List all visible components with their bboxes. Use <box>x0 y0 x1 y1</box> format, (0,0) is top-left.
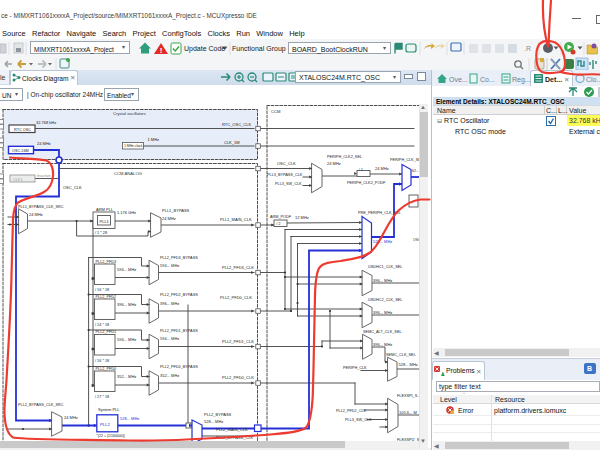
svg-text:PLL2_PFD1_BYPASS: PLL2_PFD1_BYPASS <box>160 329 198 333</box>
svg-text:/ 1 * 28: / 1 * 28 <box>95 231 107 235</box>
svg-text:SEMC_CLK_SEL: SEMC_CLK_SEL <box>386 353 416 357</box>
svg-text:PLL2_PFD1: PLL2_PFD1 <box>96 330 117 334</box>
svg-text:528... MHz: 528... MHz <box>373 239 392 244</box>
svg-text:PLL2: PLL2 <box>100 422 110 427</box>
svg-text:PLL1_BYPASS_CLK_SRC: PLL1_BYPASS_CLK_SRC <box>18 205 64 209</box>
svg-text:Clo...: Clo... <box>586 76 600 83</box>
svg-text:OSC_CLK: OSC_CLK <box>63 185 82 190</box>
svg-text:SEMC_ALT_CLK_SEL: SEMC_ALT_CLK_SEL <box>363 330 402 334</box>
svg-text:PERIPH_CLK_SE: PERIPH_CLK_SE <box>390 158 419 162</box>
svg-text:PERIPH_CLK2_SEL: PERIPH_CLK2_SEL <box>327 155 362 159</box>
svg-text:352... MHz: 352... MHz <box>117 374 136 379</box>
svg-text:OSC_CLK: OSC_CLK <box>277 161 296 166</box>
svg-text:1 MHz: 1 MHz <box>148 137 160 142</box>
svg-text:*(22 + (1/160000)): *(22 + (1/160000)) <box>97 434 126 438</box>
svg-text:396... MHz: 396... MHz <box>373 342 392 347</box>
svg-text:PLL1_MAIN_CLK: PLL1_MAIN_CLK <box>220 217 252 222</box>
svg-text:24 MHz: 24 MHz <box>375 166 389 171</box>
svg-text:PLL2_PFD2_CLK: PLL2_PFD2_CLK <box>336 409 367 413</box>
svg-text:24 MHz: 24 MHz <box>37 141 51 146</box>
svg-text:12 MHz: 12 MHz <box>295 215 309 220</box>
svg-text:ARM_PODF: ARM_PODF <box>270 215 292 219</box>
svg-text:528... MHz: 528... MHz <box>204 419 223 424</box>
svg-text:24 MHz: 24 MHz <box>64 415 78 420</box>
svg-text:/ 16 * 18: / 16 * 18 <box>95 288 109 292</box>
svg-text:528... MHz: 528... MHz <box>399 362 418 367</box>
svg-text:105.6... M: 105.6... M <box>399 410 417 415</box>
svg-text:Ove...: Ove... <box>449 76 468 83</box>
svg-text:396... MHz: 396... MHz <box>160 301 179 306</box>
svg-text:24 MHz: 24 MHz <box>162 216 176 221</box>
svg-text:/ 27 * 18: / 27 * 18 <box>95 395 109 399</box>
svg-text:PLL2_PFD0_BYPASS: PLL2_PFD0_BYPASS <box>160 365 198 369</box>
svg-text:PLL3_SW_CLK: PLL3_SW_CLK <box>345 418 372 422</box>
svg-text:Crystal oscillators: Crystal oscillators <box>113 111 146 116</box>
svg-text:USDHC1_CLK_SEL: USDHC1_CLK_SEL <box>368 265 402 269</box>
svg-text:PLL2_PFD0_CLK: PLL2_PFD0_CLK <box>220 295 252 300</box>
svg-text:32.768 kHz: 32.768 kHz <box>36 120 56 125</box>
svg-text:RTC_OSC_CLK: RTC_OSC_CLK <box>222 122 251 127</box>
svg-text:PLL1_BYPASS: PLL1_BYPASS <box>162 208 190 213</box>
svg-text:/ 2: / 2 <box>277 222 281 226</box>
svg-text:PLL2_PFD3: PLL2_PFD3 <box>96 260 117 264</box>
svg-text:PERIPH_CLK: PERIPH_CLK <box>343 366 367 370</box>
svg-text:PLL2_BYPASS_CLK_SRC: PLL2_BYPASS_CLK_SRC <box>18 403 64 407</box>
svg-text:PLL2_PFD0: PLL2_PFD0 <box>96 367 117 371</box>
svg-text:594... MHz: 594... MHz <box>160 263 179 268</box>
svg-text:594... MHz: 594... MHz <box>160 336 179 341</box>
svg-text:CCM: CCM <box>271 109 281 114</box>
svg-text:RTC OSC: RTC OSC <box>14 128 31 132</box>
svg-text:594... MHz: 594... MHz <box>117 267 136 272</box>
svg-text:System PLL: System PLL <box>98 407 120 412</box>
svg-text:396... MHz: 396... MHz <box>373 310 392 315</box>
svg-text:PLL2_BYPASS_CLK: PLL2_BYPASS_CLK <box>216 435 254 440</box>
svg-text:!: ! <box>160 46 163 55</box>
svg-text:PRE_PERIPH_CLK_SEL: PRE_PERIPH_CLK_SEL <box>358 211 401 215</box>
svg-text:PLL3_BYPASS_CLK: PLL3_BYPASS_CLK <box>267 173 303 177</box>
svg-text:/ 16 * 18: / 16 * 18 <box>95 359 109 363</box>
svg-text:528... MHz: 528... MHz <box>120 416 139 421</box>
svg-text:PLL2_PFD1_CLK: PLL2_PFD1_CLK <box>222 339 254 344</box>
svg-text:594... MHz: 594... MHz <box>117 337 136 342</box>
svg-text:PLL2_PFD3_CLK: PLL2_PFD3_CLK <box>222 265 254 270</box>
svg-text:Co...: Co... <box>480 76 495 83</box>
svg-text:ARM PLL: ARM PLL <box>96 207 114 212</box>
svg-text:62...: 62... <box>412 169 419 173</box>
svg-text:396... MHz: 396... MHz <box>117 302 136 307</box>
svg-text:USDHC2_CLK_SEL: USDHC2_CLK_SEL <box>368 298 402 302</box>
svg-text:OSC 24M: OSC 24M <box>12 149 29 153</box>
svg-text:24 MHz: 24 MHz <box>327 161 341 166</box>
svg-text:PLL2_BYPASS: PLL2_BYPASS <box>204 412 232 417</box>
svg-text:396... MHz: 396... MHz <box>373 278 392 283</box>
svg-text:Det...: Det... <box>545 76 562 83</box>
svg-text:CLK1: CLK1 <box>13 178 23 182</box>
svg-text:1.176 GHz: 1.176 GHz <box>117 210 136 215</box>
svg-text:✕: ✕ <box>564 76 569 83</box>
svg-text:1 MHz clock: 1 MHz clock <box>124 144 143 148</box>
svg-text:PLL2_PFD0_CLK: PLL2_PFD0_CLK <box>222 375 254 380</box>
svg-text:/ 24 * 18: / 24 * 18 <box>95 323 109 327</box>
svg-text:/ 1: / 1 <box>359 168 363 172</box>
svg-text:FLEXSPI_S...: FLEXSPI_S... <box>397 394 419 398</box>
svg-text:CCM ANALOG: CCM ANALOG <box>114 171 142 176</box>
svg-text:352... MHz: 352... MHz <box>160 373 179 378</box>
svg-text:PLL2_PFD3_BYPASS: PLL2_PFD3_BYPASS <box>160 256 198 260</box>
svg-text:PLL3_SW_CLK: PLL3_SW_CLK <box>275 182 302 186</box>
svg-text:PLL2_PFD2: PLL2_PFD2 <box>96 295 117 299</box>
svg-text:.R: .R <box>524 45 531 52</box>
svg-text:24 MHz: 24 MHz <box>29 212 43 217</box>
svg-text:PLL1: PLL1 <box>100 219 110 224</box>
svg-text:PLL2_MAIN_CLK: PLL2_MAIN_CLK <box>216 427 248 432</box>
svg-text:CLK_1M: CLK_1M <box>224 140 240 145</box>
svg-text:Reg...: Reg... <box>512 76 531 84</box>
svg-text:Inactive: Inactive <box>37 173 52 178</box>
svg-text:PERIPH_CLK2_PODF: PERIPH_CLK2_PODF <box>347 181 386 185</box>
svg-text:PLL2_PFD2_BYPASS: PLL2_PFD2_BYPASS <box>160 293 198 297</box>
